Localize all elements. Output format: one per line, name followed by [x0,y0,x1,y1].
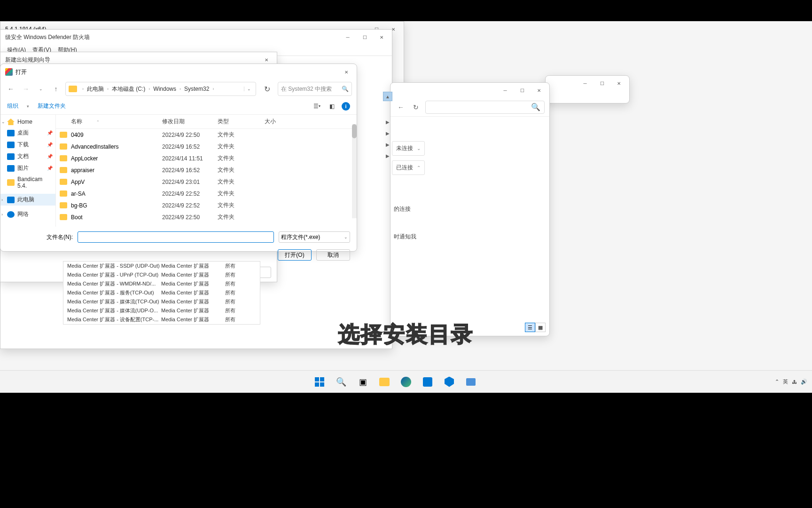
sidebar-item-home[interactable]: ⌄Home [0,117,55,127]
col-date[interactable]: 修改日期 [162,118,218,126]
downloads-icon [7,142,15,148]
table-row[interactable]: Media Center 扩展器 - 设备配置(TCP-...Media Cen… [63,315,260,324]
list-item[interactable]: Boot2022/4/9 22:50文件夹 [56,211,357,223]
nav-back-button[interactable]: ← [5,83,16,95]
nav-recent-button[interactable]: ⌄ [35,83,47,95]
app-button[interactable] [483,373,502,391]
edge-button[interactable] [397,373,415,391]
preview-button[interactable]: ◧ [327,101,337,111]
chevron-right-icon: › [1,212,3,217]
new-folder-button[interactable]: 新建文件夹 [38,102,66,110]
chevron-down-icon: ⌄ [417,146,421,151]
col-name[interactable]: 名称 [71,118,82,125]
shield-icon [445,377,454,387]
list-item[interactable]: AppV2022/4/9 23:01文件夹 [56,176,357,188]
settings-button[interactable] [461,373,480,391]
sidebar-item-documents[interactable]: 文档📌 [0,151,55,162]
breadcrumb-item[interactable]: Windows [152,86,177,92]
breadcrumb-item[interactable]: 本地磁盘 (C:) [111,85,146,93]
organize-menu[interactable]: 组织 [7,102,18,110]
nav-forward-button[interactable]: → [20,83,31,95]
filename-input[interactable] [78,231,274,243]
maximize-button[interactable]: ☐ [514,84,531,97]
view-menu[interactable]: ☰ ▾ [312,101,322,111]
connected-status[interactable]: 已连接 ⌃ [392,160,425,175]
network-icon[interactable]: 🖧 [792,379,797,385]
search-box[interactable]: 🔍 [425,101,545,114]
search-button[interactable]: 🔍 [332,373,351,391]
col-size[interactable]: 大小 [265,118,293,126]
col-type[interactable]: 类型 [218,118,265,126]
start-button[interactable] [310,373,329,391]
chevron-down-icon[interactable]: ⌄ [244,87,254,91]
grid-view-button[interactable]: ▦ [535,323,546,332]
rule-table: Media Center 扩展器 - SSDP (UDP-Out)Media C… [63,261,260,325]
close-button[interactable]: ✕ [531,84,547,97]
desktop-icon [7,130,15,136]
minimize-button[interactable]: ─ [497,84,514,97]
scroll-arrows: ▲ ▶ ▶ ▶ ▶ [383,92,392,160]
scroll-up-icon[interactable]: ▲ [383,92,392,101]
filetype-select[interactable]: 程序文件(*.exe) ⌄ [279,231,350,243]
minimize-button[interactable]: ─ [577,77,593,90]
folder-icon [379,378,390,386]
nav-up-button[interactable]: ↑ [50,83,62,95]
table-row[interactable]: Media Center 扩展器 - 服务(TCP-Out)Media Cent… [63,288,260,297]
back-button[interactable]: ← [395,102,406,113]
table-row[interactable]: Media Center 扩展器 - 媒体流(TCP-Out)Media Cen… [63,297,260,306]
breadcrumb-item[interactable]: System32 [183,86,210,92]
volume-icon[interactable]: 🔊 [801,379,807,385]
chevron-down-icon: ⌄ [344,235,348,239]
folder-icon [60,179,67,185]
defender-button[interactable] [440,373,459,391]
sidebar-item-pc[interactable]: ›此电脑 [0,194,55,206]
open-button[interactable]: 打开(O) [278,249,312,261]
list-item[interactable]: AdvancedInstallers2022/4/9 16:52文件夹 [56,141,357,152]
sidebar-item-pictures[interactable]: 图片📌 [0,162,55,174]
sidebar-item-desktop[interactable]: 桌面📌 [0,127,55,139]
chevron-right-icon: › [211,87,215,91]
scrollbar[interactable] [352,124,357,218]
table-row[interactable]: Media Center 扩展器 - 媒体流(UDP-O...Media Cen… [63,306,260,315]
list-item[interactable]: 04092022/4/9 22:50文件夹 [56,129,357,141]
table-row[interactable]: Media Center 扩展器 - WMDRM-ND/...Media Cen… [63,279,260,288]
list-item[interactable]: bg-BG2022/4/9 22:52文件夹 [56,199,357,211]
chevron-down-icon: ▾ [27,104,29,109]
svg-rect-2 [315,382,319,387]
sidebar-item-bandicam[interactable]: Bandicam 5.4. [0,174,55,191]
minimize-button[interactable]: ─ [339,31,356,44]
info-icon[interactable]: i [342,102,350,111]
breadcrumb[interactable]: › 此电脑 › 本地磁盘 (C:) › Windows › System32 ›… [65,82,256,96]
table-row[interactable]: Media Center 扩展器 - UPnP (TCP-Out)Media C… [63,270,260,279]
sort-asc-icon: ⌃ [82,120,100,124]
refresh-button[interactable]: ↻ [410,102,422,113]
list-item[interactable]: appraiser2022/4/9 16:52文件夹 [56,164,357,176]
chevron-right-icon: › [1,198,3,202]
sidebar-item-downloads[interactable]: 下载📌 [0,139,55,151]
maximize-button[interactable]: ☐ [593,77,610,90]
store-button[interactable] [418,373,437,391]
scrollbar-thumb[interactable] [352,124,357,138]
ime-indicator[interactable]: 英 [783,378,788,385]
tray-chevron-icon[interactable]: ⌃ [775,379,779,385]
cancel-button[interactable]: 取消 [316,249,350,261]
list-view-button[interactable]: ☰ [525,323,535,332]
close-button[interactable]: ✕ [610,77,627,90]
explorer-button[interactable] [375,373,394,391]
taskview-button[interactable]: ▣ [353,373,372,391]
pin-icon: 📌 [47,142,53,147]
disconnected-status[interactable]: 未连接 ⌄ [392,141,425,156]
search-icon: 🔍 [342,86,349,92]
list-item[interactable]: AppLocker2022/4/14 11:51文件夹 [56,152,357,164]
close-button[interactable]: ✕ [338,65,355,79]
search-input[interactable]: 在 System32 中搜索 🔍 [278,82,352,96]
pin-icon: 📌 [47,166,53,171]
maximize-button[interactable]: ☐ [356,31,373,44]
svg-rect-1 [320,377,324,381]
list-item[interactable]: ar-SA2022/4/9 22:52文件夹 [56,188,357,199]
video-subtitle: 选择安装目录 [338,320,474,349]
close-button[interactable]: ✕ [373,31,390,44]
refresh-button[interactable]: ↻ [260,82,274,96]
breadcrumb-item[interactable]: 此电脑 [86,85,105,93]
sidebar-item-network[interactable]: ›网络 [0,208,55,220]
